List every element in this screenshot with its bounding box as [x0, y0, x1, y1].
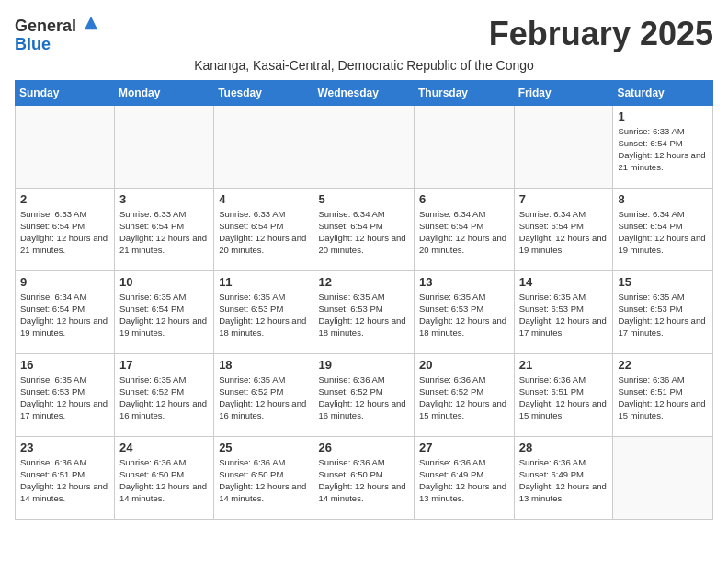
day-info: Sunrise: 6:36 AMSunset: 6:50 PMDaylight:… [119, 456, 209, 505]
day-number: 7 [519, 192, 609, 206]
day-info: Sunrise: 6:33 AMSunset: 6:54 PMDaylight:… [219, 208, 308, 257]
calendar-cell: 6Sunrise: 6:34 AMSunset: 6:54 PMDaylight… [414, 188, 514, 270]
calendar-cell: 15Sunrise: 6:35 AMSunset: 6:53 PMDayligh… [613, 270, 713, 353]
calendar-cell: 17Sunrise: 6:35 AMSunset: 6:52 PMDayligh… [115, 353, 214, 436]
calendar-cell [613, 436, 713, 519]
header-day-sunday: Sunday [16, 80, 115, 105]
calendar-cell: 20Sunrise: 6:36 AMSunset: 6:52 PMDayligh… [414, 353, 514, 436]
calendar-cell [214, 105, 313, 188]
calendar-cell: 16Sunrise: 6:35 AMSunset: 6:53 PMDayligh… [16, 353, 115, 436]
page-header: General Blue February 2025 [15, 15, 713, 58]
day-info: Sunrise: 6:33 AMSunset: 6:54 PMDaylight:… [618, 125, 708, 174]
day-info: Sunrise: 6:34 AMSunset: 6:54 PMDaylight:… [519, 208, 609, 257]
day-info: Sunrise: 6:35 AMSunset: 6:53 PMDaylight:… [618, 291, 708, 339]
calendar-cell: 11Sunrise: 6:35 AMSunset: 6:53 PMDayligh… [214, 270, 313, 353]
day-info: Sunrise: 6:36 AMSunset: 6:52 PMDaylight:… [318, 373, 409, 422]
day-number: 3 [119, 192, 209, 206]
day-info: Sunrise: 6:36 AMSunset: 6:51 PMDaylight:… [20, 456, 109, 505]
calendar-cell: 19Sunrise: 6:36 AMSunset: 6:52 PMDayligh… [313, 353, 415, 436]
calendar-cell: 21Sunrise: 6:36 AMSunset: 6:51 PMDayligh… [514, 353, 613, 436]
logo-icon [83, 15, 99, 31]
day-info: Sunrise: 6:35 AMSunset: 6:53 PMDaylight:… [20, 373, 109, 422]
calendar-cell: 18Sunrise: 6:35 AMSunset: 6:52 PMDayligh… [214, 353, 313, 436]
day-number: 12 [318, 275, 409, 289]
calendar-cell: 26Sunrise: 6:36 AMSunset: 6:50 PMDayligh… [313, 436, 415, 519]
day-number: 14 [519, 275, 609, 289]
day-info: Sunrise: 6:36 AMSunset: 6:49 PMDaylight:… [519, 456, 609, 505]
day-info: Sunrise: 6:36 AMSunset: 6:49 PMDaylight:… [419, 456, 509, 505]
calendar-cell: 9Sunrise: 6:34 AMSunset: 6:54 PMDaylight… [16, 270, 115, 353]
calendar-cell: 10Sunrise: 6:35 AMSunset: 6:54 PMDayligh… [115, 270, 214, 353]
calendar-cell [115, 105, 214, 188]
day-info: Sunrise: 6:34 AMSunset: 6:54 PMDaylight:… [419, 208, 509, 257]
calendar-cell: 27Sunrise: 6:36 AMSunset: 6:49 PMDayligh… [414, 436, 514, 519]
calendar-cell: 14Sunrise: 6:35 AMSunset: 6:53 PMDayligh… [514, 270, 613, 353]
calendar-cell: 13Sunrise: 6:35 AMSunset: 6:53 PMDayligh… [414, 270, 514, 353]
calendar-cell: 3Sunrise: 6:33 AMSunset: 6:54 PMDaylight… [115, 188, 214, 270]
day-number: 4 [219, 192, 308, 206]
week-row-4: 23Sunrise: 6:36 AMSunset: 6:51 PMDayligh… [16, 436, 713, 519]
calendar-cell: 23Sunrise: 6:36 AMSunset: 6:51 PMDayligh… [16, 436, 115, 519]
week-row-3: 16Sunrise: 6:35 AMSunset: 6:53 PMDayligh… [16, 353, 713, 436]
calendar-cell: 2Sunrise: 6:33 AMSunset: 6:54 PMDaylight… [16, 188, 115, 270]
calendar-cell: 1Sunrise: 6:33 AMSunset: 6:54 PMDaylight… [613, 105, 713, 188]
day-number: 5 [318, 192, 409, 206]
calendar-cell: 8Sunrise: 6:34 AMSunset: 6:54 PMDaylight… [613, 188, 713, 270]
calendar-cell: 7Sunrise: 6:34 AMSunset: 6:54 PMDaylight… [514, 188, 613, 270]
day-number: 20 [419, 358, 509, 372]
day-number: 18 [219, 358, 308, 372]
calendar-cell: 5Sunrise: 6:34 AMSunset: 6:54 PMDaylight… [313, 188, 415, 270]
calendar-cell: 25Sunrise: 6:36 AMSunset: 6:50 PMDayligh… [214, 436, 313, 519]
calendar-table: SundayMondayTuesdayWednesdayThursdayFrid… [15, 80, 713, 520]
day-number: 28 [519, 441, 609, 454]
day-number: 9 [20, 275, 109, 289]
day-info: Sunrise: 6:34 AMSunset: 6:54 PMDaylight:… [318, 208, 409, 257]
calendar-cell [313, 105, 415, 188]
day-number: 15 [618, 275, 708, 289]
day-info: Sunrise: 6:35 AMSunset: 6:53 PMDaylight:… [419, 291, 509, 339]
calendar-cell [414, 105, 514, 188]
calendar-cell: 28Sunrise: 6:36 AMSunset: 6:49 PMDayligh… [514, 436, 613, 519]
day-number: 23 [20, 441, 109, 454]
header-day-tuesday: Tuesday [214, 80, 313, 105]
calendar-cell [16, 105, 115, 188]
calendar-cell: 22Sunrise: 6:36 AMSunset: 6:51 PMDayligh… [613, 353, 713, 436]
day-info: Sunrise: 6:35 AMSunset: 6:53 PMDaylight:… [519, 291, 609, 339]
day-info: Sunrise: 6:36 AMSunset: 6:50 PMDaylight:… [219, 456, 308, 505]
day-info: Sunrise: 6:33 AMSunset: 6:54 PMDaylight:… [119, 208, 209, 257]
header-day-monday: Monday [115, 80, 214, 105]
logo: General Blue [15, 15, 99, 54]
week-row-1: 2Sunrise: 6:33 AMSunset: 6:54 PMDaylight… [16, 188, 713, 270]
day-info: Sunrise: 6:35 AMSunset: 6:53 PMDaylight:… [318, 291, 409, 339]
day-info: Sunrise: 6:35 AMSunset: 6:53 PMDaylight:… [219, 291, 308, 339]
header-day-thursday: Thursday [414, 80, 514, 105]
day-info: Sunrise: 6:33 AMSunset: 6:54 PMDaylight:… [20, 208, 109, 257]
calendar-body: 1Sunrise: 6:33 AMSunset: 6:54 PMDaylight… [16, 105, 713, 519]
day-info: Sunrise: 6:35 AMSunset: 6:54 PMDaylight:… [119, 291, 209, 339]
day-number: 2 [20, 192, 109, 206]
day-info: Sunrise: 6:35 AMSunset: 6:52 PMDaylight:… [219, 373, 308, 422]
header-day-wednesday: Wednesday [313, 80, 415, 105]
calendar-cell: 24Sunrise: 6:36 AMSunset: 6:50 PMDayligh… [115, 436, 214, 519]
calendar-header: SundayMondayTuesdayWednesdayThursdayFrid… [16, 80, 713, 105]
day-number: 8 [618, 192, 708, 206]
header-day-friday: Friday [514, 80, 613, 105]
day-number: 10 [119, 275, 209, 289]
day-info: Sunrise: 6:36 AMSunset: 6:52 PMDaylight:… [419, 373, 509, 422]
svg-marker-0 [84, 17, 97, 29]
month-title: February 2025 [489, 15, 713, 53]
calendar-cell [514, 105, 613, 188]
day-info: Sunrise: 6:34 AMSunset: 6:54 PMDaylight:… [618, 208, 708, 257]
header-row: SundayMondayTuesdayWednesdayThursdayFrid… [16, 80, 713, 105]
day-number: 19 [318, 358, 409, 372]
logo-general: General [15, 17, 76, 35]
logo-blue: Blue [15, 35, 51, 53]
day-info: Sunrise: 6:36 AMSunset: 6:51 PMDaylight:… [519, 373, 609, 422]
calendar-cell: 4Sunrise: 6:33 AMSunset: 6:54 PMDaylight… [214, 188, 313, 270]
title-section: February 2025 [489, 15, 713, 53]
day-number: 24 [119, 441, 209, 454]
day-number: 26 [318, 441, 409, 454]
day-number: 13 [419, 275, 509, 289]
day-number: 21 [519, 358, 609, 372]
day-number: 22 [618, 358, 708, 372]
